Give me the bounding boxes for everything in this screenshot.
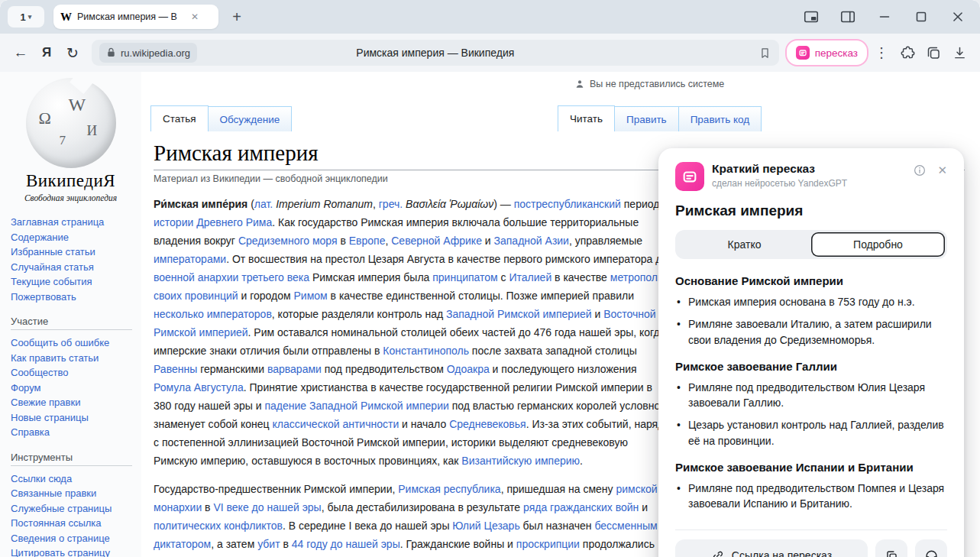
article-link[interactable]: военной анархии третьего века bbox=[154, 271, 309, 283]
article-link[interactable]: императорами bbox=[154, 253, 226, 265]
sidebar-link[interactable]: Свежие правки bbox=[11, 395, 137, 410]
article-link[interactable]: ряда гражданских войн bbox=[523, 501, 639, 513]
article-link[interactable]: убит bbox=[257, 538, 280, 550]
article-link[interactable]: VI веке до нашей эры bbox=[213, 501, 321, 513]
sidebar-link[interactable]: Сведения о странице bbox=[11, 531, 137, 546]
sidebar-link[interactable]: Содержание bbox=[11, 230, 137, 245]
summary-actions: ✕ bbox=[913, 164, 947, 177]
article-link[interactable]: истории Древнего Рима bbox=[154, 216, 272, 228]
article-link[interactable]: Константинополь bbox=[383, 345, 469, 357]
extensions-puzzle-icon[interactable] bbox=[894, 40, 920, 66]
article-link[interactable]: варварами bbox=[267, 363, 322, 375]
menu-dots-icon[interactable]: ⋮ bbox=[868, 40, 894, 66]
article-link[interactable]: Европе bbox=[349, 235, 386, 247]
wiki-wordmark[interactable]: ВикипедиЯ bbox=[0, 171, 141, 191]
sidebar-link[interactable]: Случайная статья bbox=[11, 260, 137, 275]
article-link[interactable]: Западной Римской империей bbox=[446, 308, 592, 320]
sidebar-link[interactable]: Постоянная ссылка bbox=[11, 516, 137, 531]
sidebar-link[interactable]: Форум bbox=[11, 381, 137, 396]
article-link[interactable]: Византийскую империю bbox=[461, 455, 580, 467]
summary-panel: Краткий пересказ сделан нейросетью Yande… bbox=[658, 148, 964, 557]
close-panel-icon[interactable]: ✕ bbox=[937, 164, 947, 177]
article-link[interactable]: политических конфликтов bbox=[154, 520, 283, 532]
downloads-icon[interactable] bbox=[946, 40, 972, 66]
yandex-icon[interactable]: Я bbox=[34, 40, 60, 66]
retell-label: пересказ bbox=[815, 47, 858, 59]
summary-mode-toggle: Кратко Подробно bbox=[675, 230, 947, 259]
site-domain-chip[interactable]: ru.wikipedia.org bbox=[99, 43, 197, 63]
globe-notch bbox=[70, 72, 95, 94]
copy-text-button[interactable] bbox=[875, 539, 907, 557]
article-link[interactable]: Равенны bbox=[154, 363, 197, 375]
sidebar-link[interactable]: Как править статьи bbox=[11, 351, 137, 366]
back-icon[interactable]: ← bbox=[8, 40, 34, 66]
close-window-icon[interactable] bbox=[949, 8, 966, 25]
minimize-icon[interactable] bbox=[876, 8, 893, 25]
summary-header: Краткий пересказ сделан нейросетью Yande… bbox=[675, 162, 947, 191]
article-link[interactable]: классической античности bbox=[273, 418, 399, 430]
bookmark-flag-icon[interactable] bbox=[758, 47, 771, 60]
summary-section-heading: Римское завоевание Галлии bbox=[675, 360, 947, 373]
sidebar-panel-icon[interactable] bbox=[839, 8, 856, 25]
copy-link-button[interactable]: Ссылка на пересказ bbox=[675, 539, 868, 557]
info-icon[interactable] bbox=[913, 164, 927, 177]
article-link[interactable]: Западной Азии bbox=[494, 235, 569, 247]
toggle-detailed[interactable]: Подробно bbox=[811, 232, 945, 257]
page-tabs-right: Читать Править Править код bbox=[558, 105, 762, 132]
article-link[interactable]: принципатом bbox=[432, 271, 497, 283]
sidebar-link[interactable]: Пожертвовать bbox=[11, 290, 137, 305]
new-tab-button[interactable]: + bbox=[226, 6, 247, 28]
globe-glyph: W bbox=[69, 95, 86, 115]
article-link[interactable]: Средиземного моря bbox=[238, 235, 338, 247]
sidebar-link[interactable]: Избранные статьи bbox=[11, 244, 137, 260]
toggle-brief[interactable]: Кратко bbox=[678, 232, 811, 257]
sidebar-link[interactable]: Служебные страницы bbox=[11, 501, 137, 517]
summary-section-heading: Основание Римской империи bbox=[675, 274, 947, 287]
tab-edit[interactable]: Править bbox=[615, 106, 679, 132]
copy-icon bbox=[885, 549, 899, 557]
tab-read[interactable]: Читать bbox=[558, 105, 615, 132]
article-link[interactable]: постреспубликанский bbox=[514, 198, 621, 210]
tab-article[interactable]: Статья bbox=[150, 105, 209, 132]
sidebar-link[interactable]: Текущие события bbox=[11, 274, 137, 290]
retell-icon bbox=[796, 46, 810, 60]
article-link[interactable]: Северной Африке bbox=[391, 235, 482, 247]
tab-counter-value: 1 bbox=[21, 11, 26, 23]
sidebar-link[interactable]: Новые страницы bbox=[11, 410, 137, 426]
tab-talk[interactable]: Обсуждение bbox=[209, 106, 293, 132]
sidebar-link[interactable]: Заглавная страница bbox=[11, 215, 137, 230]
tab-counter[interactable]: 1 ▾ bbox=[8, 6, 44, 28]
sidebar-link[interactable]: Сообщество bbox=[11, 365, 137, 381]
article-link[interactable]: Средневековья bbox=[449, 418, 526, 430]
article-link[interactable]: падение Западной Римской империи bbox=[264, 400, 448, 412]
user-status[interactable]: Вы не представились системе bbox=[574, 79, 724, 89]
collections-icon[interactable] bbox=[920, 40, 946, 66]
refresh-icon[interactable]: ↻ bbox=[60, 40, 86, 66]
tab-close-icon[interactable]: ✕ bbox=[189, 10, 200, 24]
sidebar-link[interactable]: Цитировать страницу bbox=[11, 546, 137, 557]
article-link[interactable]: Юлий Цезарь bbox=[452, 520, 519, 532]
sidebar-link[interactable]: Справка bbox=[11, 425, 137, 440]
article-link[interactable]: Италией bbox=[509, 271, 552, 283]
sidebar-link[interactable]: Ссылки сюда bbox=[11, 471, 137, 487]
article-link[interactable]: несколько императоров bbox=[154, 308, 272, 320]
article-link[interactable]: Римская республика bbox=[398, 483, 500, 495]
copy-link-label: Ссылка на пересказ bbox=[732, 549, 832, 557]
active-tab[interactable]: W Римская империя — В ✕ bbox=[53, 5, 218, 29]
address-bar[interactable]: ru.wikipedia.org Римская империя — Викип… bbox=[92, 40, 779, 66]
article-link[interactable]: 44 году до нашей эры bbox=[292, 538, 400, 550]
article-link[interactable]: Римом bbox=[294, 290, 328, 302]
article-link[interactable]: Одоакра bbox=[447, 363, 490, 375]
wikipedia-globe-logo[interactable]: Ω W И 7 bbox=[26, 78, 116, 168]
maximize-icon[interactable] bbox=[913, 8, 930, 25]
article-link[interactable]: лат. bbox=[254, 198, 273, 210]
sidebar-link[interactable]: Связанные правки bbox=[11, 486, 137, 501]
article-link[interactable]: Ромула Августула bbox=[154, 381, 244, 393]
retell-button[interactable]: пересказ bbox=[785, 39, 868, 66]
tab-edit-source[interactable]: Править код bbox=[679, 106, 762, 132]
listen-button[interactable] bbox=[915, 539, 947, 557]
picture-in-picture-icon[interactable] bbox=[803, 8, 820, 25]
article-link[interactable]: греч. bbox=[379, 198, 403, 210]
sidebar-link[interactable]: Сообщить об ошибке bbox=[11, 335, 137, 351]
article-link[interactable]: проскрипции bbox=[516, 538, 580, 550]
